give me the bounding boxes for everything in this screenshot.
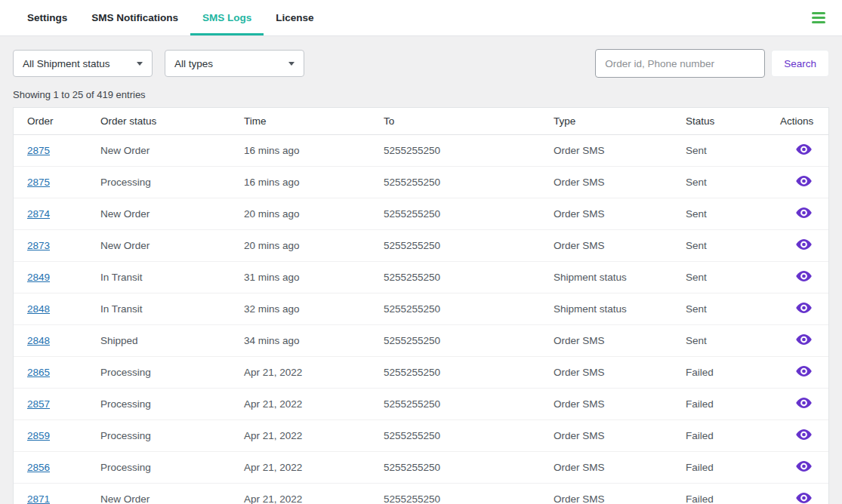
sms-logs-table-card: OrderOrder statusTimeToTypeStatusActions…	[13, 107, 829, 504]
status-cell: Failed	[678, 452, 773, 484]
type-cell: Order SMS	[546, 230, 678, 262]
time-cell: Apr 21, 2022	[236, 452, 376, 484]
eye-icon[interactable]	[796, 334, 812, 345]
tab-bar: SettingsSMS NotificationsSMS LogsLicense	[0, 0, 842, 36]
column-header-time: Time	[236, 108, 376, 135]
to-cell: 5255255250	[376, 230, 546, 262]
order-link[interactable]: 2871	[27, 493, 50, 504]
order-link[interactable]: 2873	[27, 240, 50, 251]
order-link[interactable]: 2848	[27, 303, 50, 315]
type-cell: Shipment status	[546, 262, 678, 293]
order-status-cell: Processing	[93, 420, 236, 452]
order-status-cell: New Order	[93, 198, 236, 230]
status-cell: Failed	[678, 389, 773, 420]
status-cell: Failed	[678, 420, 773, 452]
table-row: 2875New Order16 mins ago5255255250Order …	[14, 135, 828, 167]
to-cell: 5255255250	[376, 452, 546, 484]
table-row: 2848Shipped34 mins ago5255255250Order SM…	[14, 325, 828, 357]
table-row: 2857ProcessingApr 21, 20225255255250Orde…	[14, 389, 828, 420]
time-cell: 16 mins ago	[236, 167, 376, 198]
entries-summary: Showing 1 to 25 of 419 entries	[13, 89, 829, 100]
tab-sms-notifications[interactable]: SMS Notifications	[79, 0, 190, 35]
status-cell: Sent	[678, 293, 773, 325]
order-status-cell: In Transit	[93, 293, 236, 325]
order-link[interactable]: 2849	[27, 272, 50, 283]
type-select[interactable]: All types	[165, 50, 304, 77]
shipment-status-select-value: All Shipment status	[23, 58, 110, 69]
eye-icon[interactable]	[796, 271, 812, 281]
type-cell: Order SMS	[546, 135, 678, 167]
order-link[interactable]: 2859	[27, 430, 50, 441]
time-cell: 32 mins ago	[236, 293, 376, 325]
time-cell: Apr 21, 2022	[236, 420, 376, 452]
status-cell: Sent	[678, 167, 773, 198]
time-cell: 20 mins ago	[236, 230, 376, 262]
type-cell: Order SMS	[546, 484, 678, 504]
to-cell: 5255255250	[376, 293, 546, 325]
eye-icon[interactable]	[796, 429, 812, 440]
order-link[interactable]: 2875	[27, 145, 50, 156]
search-button[interactable]: Search	[771, 50, 829, 77]
eye-icon[interactable]	[796, 398, 812, 408]
search-input[interactable]	[595, 49, 765, 78]
to-cell: 5255255250	[376, 198, 546, 230]
order-status-cell: New Order	[93, 484, 236, 504]
time-cell: Apr 21, 2022	[236, 357, 376, 389]
tab-license[interactable]: License	[264, 0, 325, 35]
order-link[interactable]: 2848	[27, 335, 50, 346]
order-status-cell: Processing	[93, 167, 236, 198]
type-cell: Order SMS	[546, 325, 678, 357]
order-link[interactable]: 2865	[27, 367, 50, 378]
tab-settings[interactable]: Settings	[15, 0, 79, 35]
to-cell: 5255255250	[376, 357, 546, 389]
type-cell: Shipment status	[546, 293, 678, 325]
table-header-row: OrderOrder statusTimeToTypeStatusActions	[14, 108, 828, 135]
chevron-down-icon	[137, 62, 143, 66]
to-cell: 5255255250	[376, 167, 546, 198]
shipment-status-select[interactable]: All Shipment status	[13, 50, 153, 77]
order-link[interactable]: 2857	[27, 398, 50, 410]
time-cell: 34 mins ago	[236, 325, 376, 357]
eye-icon[interactable]	[796, 366, 812, 376]
type-select-value: All types	[174, 58, 213, 69]
hamburger-icon[interactable]	[810, 8, 827, 28]
order-status-cell: Processing	[93, 452, 236, 484]
status-cell: Sent	[678, 262, 773, 293]
eye-icon[interactable]	[796, 461, 812, 472]
eye-icon[interactable]	[796, 144, 812, 155]
order-link[interactable]: 2874	[27, 208, 50, 220]
table-row: 2871New OrderApr 21, 20225255255250Order…	[14, 484, 828, 504]
search-group: Search	[595, 49, 829, 78]
type-cell: Order SMS	[546, 452, 678, 484]
eye-icon[interactable]	[796, 493, 812, 503]
status-cell: Failed	[678, 357, 773, 389]
type-cell: Order SMS	[546, 389, 678, 420]
eye-icon[interactable]	[796, 207, 812, 218]
order-status-cell: New Order	[93, 230, 236, 262]
table-row: 2874New Order20 mins ago5255255250Order …	[14, 198, 828, 230]
tab-sms-logs[interactable]: SMS Logs	[190, 0, 264, 35]
order-link[interactable]: 2875	[27, 177, 50, 188]
time-cell: 31 mins ago	[236, 262, 376, 293]
to-cell: 5255255250	[376, 484, 546, 504]
status-cell: Failed	[678, 484, 773, 504]
eye-icon[interactable]	[796, 176, 812, 186]
eye-icon[interactable]	[796, 239, 812, 250]
type-cell: Order SMS	[546, 357, 678, 389]
order-link[interactable]: 2856	[27, 462, 50, 473]
column-header-order: Order	[14, 108, 93, 135]
to-cell: 5255255250	[376, 262, 546, 293]
tabs-nav: SettingsSMS NotificationsSMS LogsLicense	[15, 0, 326, 35]
table-row: 2856ProcessingApr 21, 20225255255250Orde…	[14, 452, 828, 484]
status-cell: Sent	[678, 135, 773, 167]
eye-icon[interactable]	[796, 303, 812, 313]
table-row: 2875Processing16 mins ago5255255250Order…	[14, 167, 828, 198]
time-cell: Apr 21, 2022	[236, 484, 376, 504]
to-cell: 5255255250	[376, 389, 546, 420]
order-status-cell: Processing	[93, 389, 236, 420]
order-status-cell: Processing	[93, 357, 236, 389]
status-cell: Sent	[678, 325, 773, 357]
sms-logs-table: OrderOrder statusTimeToTypeStatusActions…	[14, 108, 828, 504]
table-row: 2849In Transit31 mins ago5255255250Shipm…	[14, 262, 828, 293]
to-cell: 5255255250	[376, 135, 546, 167]
